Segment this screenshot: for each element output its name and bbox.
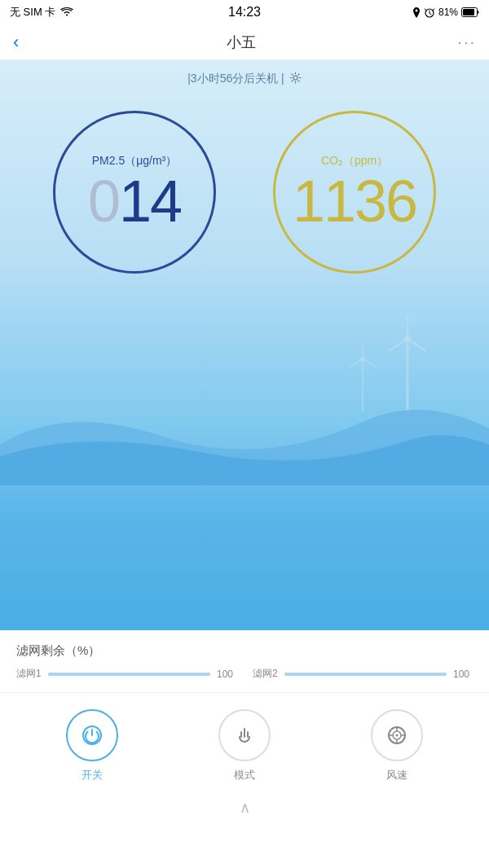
filter2-fill xyxy=(284,673,447,676)
pm25-leading-zero: 0 xyxy=(88,169,119,234)
filter1-track xyxy=(48,673,210,676)
power-label: 开关 xyxy=(82,768,103,783)
timer-text: |3小时56分后关机 | xyxy=(187,72,284,86)
filter2-label: 滤网2 xyxy=(253,667,278,681)
svg-rect-2 xyxy=(463,9,474,15)
main-content: |3小时56分后关机 | PM2.5（μg/m³） 014 CO₂（ppm） 1… xyxy=(0,60,489,630)
bottom-controls: 开关 模式 xyxy=(0,693,489,831)
status-left: 无 SIM 卡 xyxy=(10,5,73,20)
battery-icon xyxy=(461,7,479,17)
filter-section: 滤网剩余（%） 滤网1 100 滤网2 100 xyxy=(0,630,489,693)
svg-point-13 xyxy=(360,357,365,362)
wind-icon-wrap xyxy=(371,709,423,761)
svg-point-3 xyxy=(293,76,297,80)
svg-line-7 xyxy=(408,339,426,351)
filter2-track xyxy=(284,673,447,676)
co2-gauge: CO₂（ppm） 1136 xyxy=(273,111,436,274)
filter1-row: 滤网1 100 xyxy=(16,667,236,681)
filter-rows: 滤网1 100 滤网2 100 xyxy=(16,667,473,681)
status-time: 14:23 xyxy=(228,5,261,20)
filter2-row: 滤网2 100 xyxy=(253,667,473,681)
wave-shape xyxy=(0,379,489,485)
more-button[interactable]: ··· xyxy=(457,33,476,51)
carrier-label: 无 SIM 卡 xyxy=(10,5,55,20)
bottom-handle[interactable]: ∧ xyxy=(0,796,489,823)
back-button[interactable]: ‹ xyxy=(13,28,25,56)
controls-row: 开关 模式 xyxy=(0,709,489,796)
nav-title: 小五 xyxy=(227,33,256,52)
nav-bar: ‹ 小五 ··· xyxy=(0,24,489,60)
wind-button[interactable]: 风速 xyxy=(371,709,423,783)
filter-title: 滤网剩余（%） xyxy=(16,643,473,659)
mode-icon xyxy=(231,722,258,748)
svg-line-6 xyxy=(389,339,408,351)
co2-label: CO₂（ppm） xyxy=(321,154,388,169)
svg-point-8 xyxy=(404,335,411,342)
mode-label: 模式 xyxy=(234,768,255,783)
mode-icon-wrap xyxy=(218,709,271,761)
status-right: 81% xyxy=(412,7,479,18)
filter1-value: 100 xyxy=(217,669,236,680)
filter2-value: 100 xyxy=(453,669,473,680)
pm25-main-value: 14 xyxy=(119,169,181,234)
timer-settings-icon[interactable] xyxy=(289,72,302,86)
power-icon-wrap xyxy=(66,709,118,761)
co2-value: 1136 xyxy=(293,172,416,230)
wind-label: 风速 xyxy=(386,768,408,783)
landscape xyxy=(0,306,489,485)
wifi-icon xyxy=(60,7,73,17)
status-bar: 无 SIM 卡 14:23 81% xyxy=(0,0,489,24)
filter1-label: 滤网1 xyxy=(16,667,42,681)
power-icon xyxy=(79,722,105,748)
pm25-value: 014 xyxy=(88,172,181,230)
gauges-row: PM2.5（μg/m³） 014 CO₂（ppm） 1136 xyxy=(0,94,489,298)
mode-button[interactable]: 模式 xyxy=(218,709,271,783)
location-icon xyxy=(412,7,421,18)
timer-bar: |3小时56分后关机 | xyxy=(0,60,489,94)
pm25-gauge: PM2.5（μg/m³） 014 xyxy=(53,111,216,274)
pm25-label: PM2.5（μg/m³） xyxy=(92,154,178,169)
wind-icon xyxy=(384,722,410,748)
alarm-icon xyxy=(424,7,435,18)
battery-percent: 81% xyxy=(438,7,458,18)
power-button[interactable]: 开关 xyxy=(66,709,118,783)
filter1-fill xyxy=(48,673,210,676)
